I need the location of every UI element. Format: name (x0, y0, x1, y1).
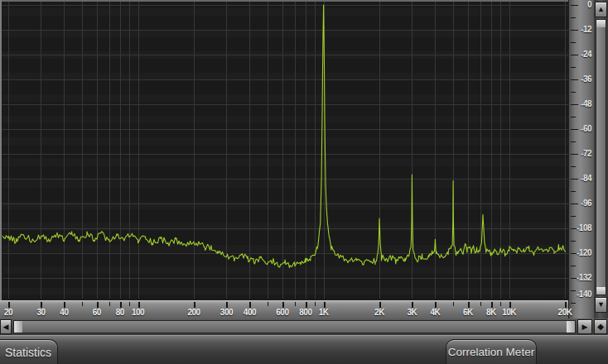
freq-tick (500, 302, 501, 306)
db-axis-label: -48 (570, 99, 591, 108)
scroll-right-button[interactable]: ▶ (577, 319, 592, 334)
db-axis-label: -132 (570, 273, 591, 282)
freq-axis-label: 200 (187, 308, 200, 317)
db-axis-label: -140 (570, 290, 591, 299)
freq-tick (109, 302, 110, 306)
plot-texture-band (0, 245, 568, 252)
horizontal-scrollbar-thumb[interactable] (13, 320, 576, 333)
bottom-bar: Statistics RMS -3.2 -3.2 Reset Metering … (0, 335, 608, 364)
freq-tick (412, 302, 413, 308)
freq-tick (295, 302, 296, 306)
scroll-down-button[interactable]: ▼ (595, 297, 607, 313)
scroll-up-button[interactable]: ▲ (595, 2, 607, 17)
freq-tick (306, 302, 307, 308)
freq-tick (268, 302, 268, 306)
db-tick (571, 117, 576, 117)
freq-axis-label: 600 (276, 308, 288, 317)
freq-tick (82, 302, 83, 306)
freq-tick (138, 302, 140, 308)
db-tick (571, 42, 576, 43)
freq-axis-label: 6K (463, 308, 473, 317)
db-tick (571, 191, 576, 192)
freq-tick (120, 302, 122, 308)
db-axis-label: -24 (570, 50, 591, 59)
diamond-icon: ◆ (597, 323, 604, 331)
db-tick (571, 141, 576, 142)
db-axis-label: -108 (570, 223, 591, 232)
freq-axis-label: 40 (60, 308, 68, 317)
freq-axis-label: 1K (319, 308, 329, 317)
freq-axis-label: 30 (36, 308, 45, 317)
freq-tick (509, 302, 511, 308)
db-tick (571, 92, 576, 93)
plot-left-bezel (0, 0, 2, 300)
spectrum-plot[interactable] (0, 0, 568, 300)
up-arrow-icon: ▲ (597, 6, 605, 13)
frequency-scale: 20304060801002003004006008001K2K3K4K6K8K… (0, 300, 568, 318)
freq-axis-label: 400 (244, 308, 256, 317)
freq-tick (491, 302, 493, 308)
plot-texture-band (0, 30, 568, 37)
freq-axis-label: 20 (4, 308, 12, 317)
freq-axis-label: 8K (486, 308, 496, 317)
scroll-left-button[interactable]: ◀ (0, 319, 12, 334)
freq-tick (324, 302, 326, 308)
freq-axis-label: 300 (220, 308, 233, 317)
right-arrow-icon: ▶ (582, 323, 588, 331)
freq-axis-label: 10K (502, 308, 516, 317)
freq-tick (41, 302, 42, 308)
spectrum-display[interactable] (0, 0, 568, 300)
resize-corner-button[interactable]: ◆ (594, 319, 607, 334)
freq-tick (97, 302, 99, 308)
freq-tick (8, 302, 10, 308)
freq-axis-label: 20K (558, 308, 572, 317)
freq-tick (194, 302, 195, 308)
plot-texture-band (0, 137, 568, 145)
db-axis-label: -60 (570, 124, 591, 133)
spectrum-analyzer-window: 0-12-24-36-48-60-72-84-96-108-120-132-14… (0, 0, 608, 364)
tab-statistics[interactable]: Statistics (0, 339, 58, 364)
db-tick (571, 303, 576, 304)
plot-top-bezel (0, 0, 568, 2)
plot-texture-band (0, 288, 568, 295)
db-tick (571, 216, 576, 217)
db-axis-label: -120 (570, 248, 591, 257)
db-axis-label: -36 (570, 74, 591, 84)
db-axis-label: -72 (570, 149, 591, 158)
plot-texture-band (0, 73, 568, 80)
db-scale: 0-12-24-36-48-60-72-84-96-108-120-132-14… (568, 0, 594, 318)
freq-axis-label: 4K (431, 308, 441, 317)
correlation-tab-label: Correlation Meter (448, 346, 534, 358)
vertical-scrollbar-thumb[interactable] (596, 19, 606, 295)
freq-tick (453, 302, 454, 306)
plot-texture-band (0, 266, 568, 274)
db-axis-label: -84 (570, 174, 591, 183)
freq-axis-label: 2K (374, 308, 384, 317)
db-tick (571, 166, 576, 167)
freq-tick (565, 302, 567, 308)
freq-tick (226, 302, 228, 308)
freq-axis-label: 80 (116, 308, 124, 317)
db-axis-label: -12 (570, 25, 591, 34)
freq-tick (64, 302, 65, 308)
db-axis-label: -96 (570, 199, 591, 208)
db-tick (571, 67, 576, 68)
tab-correlation-meter[interactable]: Correlation Meter (446, 339, 537, 364)
db-tick (571, 241, 576, 242)
freq-tick (468, 302, 470, 308)
freq-tick (249, 302, 251, 308)
plot-texture-band (0, 159, 568, 166)
freq-axis-label: 3K (408, 308, 417, 317)
freq-tick (480, 302, 481, 306)
left-arrow-icon: ◀ (3, 323, 9, 331)
db-tick (571, 266, 576, 266)
down-arrow-icon: ▼ (597, 301, 605, 309)
db-axis-label: 0 (570, 0, 591, 9)
freq-tick (129, 302, 130, 306)
plot-texture-band (0, 94, 568, 102)
freq-tick (282, 302, 284, 308)
freq-axis-label: 100 (132, 308, 144, 317)
plot-texture-band (0, 180, 568, 188)
freq-axis-label: 60 (93, 308, 101, 317)
freq-tick (315, 302, 316, 306)
